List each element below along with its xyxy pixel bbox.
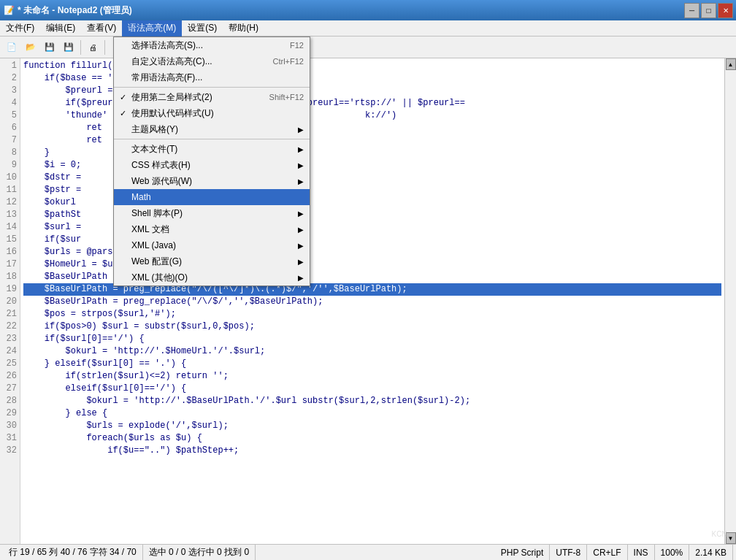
menu-edit[interactable]: 编辑(E): [40, 20, 81, 37]
status-selection: 选中 0 / 0 选行中 0 找到 0: [143, 545, 256, 561]
toolbar-open[interactable]: 📂: [22, 39, 39, 56]
scroll-up[interactable]: ▲: [726, 58, 736, 70]
arrow-web-config: ▶: [298, 258, 304, 266]
code-line-29: } else {: [23, 407, 721, 420]
toolbar-sep1: [80, 40, 81, 55]
menu-file[interactable]: 文件(F): [0, 20, 40, 37]
line-number-6: 6: [0, 122, 17, 134]
menu-item-textfile[interactable]: 文本文件(T) ▶: [114, 141, 310, 157]
line-number-31: 31: [0, 432, 17, 445]
line-number-9: 9: [0, 159, 17, 172]
line-number-28: 28: [0, 395, 17, 407]
menu-item-common-label: 常用语法高亮(F)...: [131, 72, 202, 84]
line-number-29: 29: [0, 407, 17, 420]
arrow-textfile: ▶: [298, 145, 304, 153]
menu-item-web-label: Web 源代码(W): [131, 175, 192, 188]
menu-item-web[interactable]: Web 源代码(W) ▶: [114, 173, 310, 189]
status-filesize: 2.14 KB: [689, 545, 733, 561]
code-line-25: } elseif($surl[0] == '.') {: [23, 358, 721, 370]
menu-item-custom[interactable]: 自定义语法高亮(C)... Ctrl+F12: [114, 53, 310, 69]
code-line-32: if($u=="..") $pathStep++;: [23, 445, 721, 457]
line-numbers: 1234567891011121314151617181920212223242…: [0, 58, 20, 544]
status-lineending: CR+LF: [587, 545, 627, 561]
status-zoom: 100%: [655, 545, 690, 561]
code-line-24: $okurl = 'http://'.$HomeUrl.'/'.$surl;: [23, 345, 721, 358]
menu-item-default[interactable]: ✓ 使用默认代码样式(U): [114, 105, 310, 121]
code-line-30: $urls = explode('/',$surl);: [23, 420, 721, 432]
menu-view[interactable]: 查看(V): [81, 20, 122, 37]
line-number-25: 25: [0, 358, 17, 370]
maximize-button[interactable]: □: [701, 3, 716, 18]
close-button[interactable]: ✕: [718, 3, 733, 18]
line-number-15: 15: [0, 234, 17, 246]
line-number-24: 24: [0, 345, 17, 358]
arrow-xml-doc: ▶: [298, 226, 304, 234]
menu-item-theme-label: 主题风格(Y): [131, 123, 178, 136]
arrow-shell: ▶: [298, 210, 304, 218]
menu-item-xml-java-label: XML (Java): [131, 240, 176, 250]
checkmark-default: ✓: [120, 109, 131, 118]
menu-help[interactable]: 帮助(H): [223, 20, 264, 37]
toolbar: 📄 📂 💾 💾 🖨 ▼ 🔍 🔄 ↗ 🔖: [0, 37, 736, 58]
menu-item-theme[interactable]: 主题风格(Y) ▶: [114, 121, 310, 137]
arrow-css: ▶: [298, 161, 304, 169]
line-number-32: 32: [0, 445, 17, 457]
toolbar-sep2: [104, 40, 105, 55]
line-number-14: 14: [0, 221, 17, 234]
status-encoding: UTF-8: [550, 545, 587, 561]
minimize-button[interactable]: ─: [684, 3, 699, 18]
line-number-18: 18: [0, 271, 17, 283]
code-line-27: elseif($surl[0]=='/') {: [23, 383, 721, 395]
arrow-xml-other: ▶: [298, 274, 304, 282]
line-number-30: 30: [0, 420, 17, 432]
menu-item-default-label: 使用默认代码样式(U): [131, 107, 214, 120]
scrollbar[interactable]: ▲ ▼: [724, 58, 736, 544]
menu-item-shell-label: Shell 脚本(P): [131, 207, 183, 220]
menu-settings[interactable]: 设置(S): [182, 20, 223, 37]
menu-item-xml-other[interactable]: XML (其他)(O) ▶: [114, 269, 310, 285]
menu-sep1: [114, 87, 310, 88]
menu-item-common[interactable]: 常用语法高亮(F)...: [114, 69, 310, 85]
toolbar-save-as[interactable]: 💾: [60, 39, 77, 56]
menu-item-global2[interactable]: ✓ 使用第二全局样式(2) Shift+F12: [114, 89, 310, 105]
arrow-xml-java: ▶: [298, 242, 304, 250]
code-line-22: if($pos>0) $surl = substr($surl,0,$pos);: [23, 321, 721, 333]
shortcut-global2: Shift+F12: [269, 93, 304, 101]
menu-item-global2-label: 使用第二全局样式(2): [131, 91, 212, 104]
menu-item-web-config[interactable]: Web 配置(G) ▶: [114, 253, 310, 269]
line-number-27: 27: [0, 383, 17, 395]
menu-item-textfile-label: 文本文件(T): [131, 143, 177, 156]
menu-item-css-label: CSS 样式表(H): [131, 159, 191, 172]
status-bar: 行 19 / 65 列 40 / 76 字符 34 / 70 选中 0 / 0 …: [0, 544, 736, 560]
lang-dropdown-menu[interactable]: 选择语法高亮(S)... F12 自定义语法高亮(C)... Ctrl+F12 …: [113, 37, 310, 286]
menu-item-math[interactable]: Math: [114, 189, 310, 205]
toolbar-new[interactable]: 📄: [3, 39, 20, 56]
line-number-1: 1: [0, 60, 17, 72]
menu-lang[interactable]: 语法高亮(M): [122, 20, 182, 37]
main-area: 1234567891011121314151617181920212223242…: [0, 58, 736, 544]
line-number-12: 12: [0, 196, 17, 209]
line-number-5: 5: [0, 110, 17, 122]
menu-bar: 文件(F) 编辑(E) 查看(V) 语法高亮(M) 设置(S) 帮助(H): [0, 20, 736, 37]
menu-item-shell[interactable]: Shell 脚本(P) ▶: [114, 205, 310, 221]
menu-sep2: [114, 139, 310, 139]
watermark: KCN...: [712, 530, 733, 538]
menu-item-custom-label: 自定义语法高亮(C)...: [131, 55, 212, 68]
menu-item-css[interactable]: CSS 样式表(H) ▶: [114, 157, 310, 173]
code-line-26: if(strlen($surl)<=2) return '';: [23, 370, 721, 383]
checkmark-global2: ✓: [120, 93, 131, 102]
menu-item-xml-doc[interactable]: XML 文档 ▶: [114, 221, 310, 237]
line-number-13: 13: [0, 209, 17, 221]
toolbar-print[interactable]: 🖨: [84, 39, 101, 56]
menu-item-select[interactable]: 选择语法高亮(S)... F12: [114, 37, 310, 53]
line-number-7: 7: [0, 134, 17, 147]
window-title: * 未命名 - Notepad2 (管理员): [18, 4, 132, 17]
menu-item-select-label: 选择语法高亮(S)...: [131, 39, 203, 52]
line-number-16: 16: [0, 246, 17, 258]
toolbar-save[interactable]: 💾: [41, 39, 58, 56]
status-ins: INS: [628, 545, 655, 561]
line-number-20: 20: [0, 296, 17, 308]
line-number-11: 11: [0, 184, 17, 196]
menu-item-xml-java[interactable]: XML (Java) ▶: [114, 237, 310, 253]
title-bar: 📝 * 未命名 - Notepad2 (管理员) ─ □ ✕: [0, 0, 736, 20]
